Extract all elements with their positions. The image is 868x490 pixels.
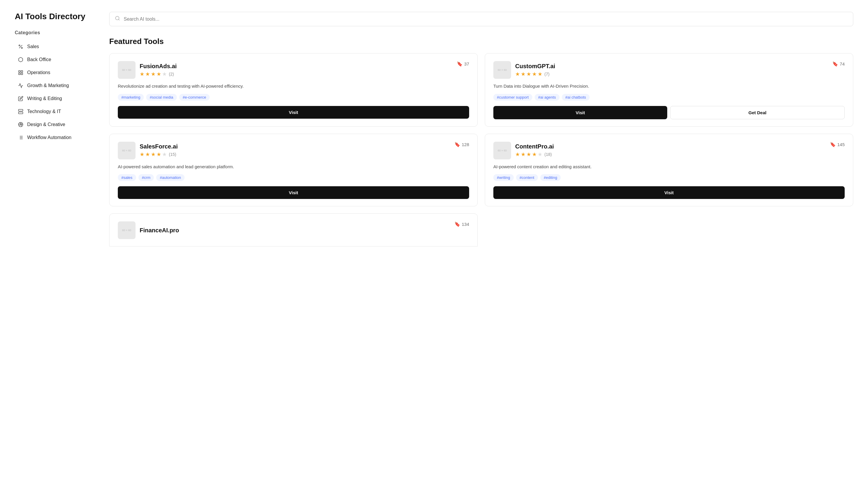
search-input[interactable] [124, 17, 848, 22]
tool-name-customgpt: CustomGPT.ai [515, 63, 555, 70]
tool-name-fusionads: FusionAds.ai [140, 63, 177, 70]
sidebar-item-sales[interactable]: Sales [15, 40, 97, 53]
tool-name-contentpro: ContentPro.ai [515, 143, 554, 150]
get-deal-button-customgpt[interactable]: Get Deal [670, 106, 845, 119]
review-count-fusionads: (2) [169, 72, 174, 76]
star1: ★ [515, 71, 520, 77]
tool-logo-salesforce: 60 × 60 [118, 142, 135, 159]
logo-placeholder: 60 × 60 [122, 149, 131, 152]
tool-desc-contentpro: AI-powered content creation and editing … [493, 163, 845, 170]
tool-info: 60 × 60 ContentPro.ai ★ ★ ★ ★ ★ (18) [493, 142, 554, 159]
tag-sales[interactable]: #sales [118, 174, 136, 181]
tag-ecommerce[interactable]: #e-commerce [179, 94, 210, 101]
search-icon [115, 16, 120, 23]
tag-customer-support[interactable]: #customer support [493, 94, 532, 101]
grid-icon [18, 70, 24, 75]
sidebar-item-sales-label: Sales [27, 44, 39, 49]
bookmark-icon: 🔖 [454, 221, 460, 227]
svg-point-2 [21, 47, 23, 49]
tag-social-media[interactable]: #social media [146, 94, 177, 101]
tool-info: 60 × 60 FusionAds.ai ★ ★ ★ ★ ★ (2) [118, 61, 177, 79]
star3: ★ [526, 71, 531, 77]
sidebar-item-technology-it[interactable]: Technology & IT [15, 105, 97, 118]
visit-button-fusionads[interactable]: Visit [118, 106, 469, 119]
tool-rating-salesforce: ★ ★ ★ ★ ★ (15) [140, 151, 178, 158]
tag-marketing[interactable]: #marketing [118, 94, 144, 101]
bookmark-number: 134 [462, 222, 469, 227]
star3: ★ [151, 151, 156, 158]
edit-icon [18, 96, 24, 101]
tool-card-fusionads: 60 × 60 FusionAds.ai ★ ★ ★ ★ ★ (2) [109, 53, 478, 127]
tag-automation[interactable]: #automation [156, 174, 185, 181]
tool-tags-fusionads: #marketing #social media #e-commerce [118, 94, 469, 101]
review-count-salesforce: (15) [169, 152, 176, 157]
bookmark-count-fusionads: 🔖 37 [457, 61, 469, 67]
design-icon [18, 122, 24, 127]
featured-title: Featured Tools [109, 37, 853, 46]
tag-editing[interactable]: #editing [540, 174, 561, 181]
tool-info: 60 × 60 SalesForce.ai ★ ★ ★ ★ ★ (15) [118, 142, 178, 159]
box-icon [18, 57, 24, 63]
tool-tags-contentpro: #writing #content #editing [493, 174, 845, 181]
tool-logo-customgpt: 60 × 60 [493, 61, 511, 79]
tool-card-contentpro: 60 × 60 ContentPro.ai ★ ★ ★ ★ ★ (18) [485, 134, 853, 207]
tool-header: 60 × 60 FusionAds.ai ★ ★ ★ ★ ★ (2) [118, 61, 469, 79]
star4: ★ [156, 71, 161, 77]
star4: ★ [156, 151, 161, 158]
tool-desc-fusionads: Revolutionize ad creation and testing wi… [118, 83, 469, 90]
svg-rect-5 [19, 73, 20, 75]
logo-placeholder: 60 × 60 [122, 229, 131, 232]
tag-content[interactable]: #content [516, 174, 538, 181]
main-content: Featured Tools 60 × 60 FusionAds.ai ★ ★ [109, 12, 853, 478]
sidebar-item-design-creative[interactable]: Design & Creative [15, 118, 97, 131]
tool-tags-salesforce: #sales #crm #automation [118, 174, 469, 181]
review-count-contentpro: (18) [545, 152, 552, 157]
tools-grid: 60 × 60 FusionAds.ai ★ ★ ★ ★ ★ (2) [109, 53, 853, 246]
bookmark-icon: 🔖 [832, 61, 838, 67]
sidebar-item-growth-marketing[interactable]: Growth & Marketing [15, 79, 97, 92]
sidebar-item-writing-editing[interactable]: Writing & Editing [15, 92, 97, 105]
svg-point-18 [116, 16, 119, 20]
svg-rect-6 [21, 73, 23, 75]
svg-rect-8 [19, 112, 23, 114]
star2: ★ [145, 71, 150, 77]
search-bar [109, 12, 853, 26]
server-icon [18, 109, 24, 115]
bookmark-count-financeai: 🔖 134 [454, 221, 469, 227]
tool-actions-customgpt: Visit Get Deal [493, 106, 845, 119]
sidebar-item-design-creative-label: Design & Creative [27, 122, 65, 127]
tag-ai-agents[interactable]: #ai agents [535, 94, 559, 101]
tool-desc-customgpt: Turn Data into Dialogue with AI-Driven P… [493, 83, 845, 90]
star2: ★ [145, 151, 150, 158]
tool-actions-fusionads: Visit [118, 106, 469, 119]
tag-crm[interactable]: #crm [138, 174, 154, 181]
tool-info: 60 × 60 FinanceAI.pro [118, 221, 179, 239]
sidebar: AI Tools Directory Categories Sales Back… [15, 12, 97, 478]
bookmark-icon: 🔖 [457, 61, 463, 67]
bookmark-number: 128 [462, 142, 469, 147]
visit-button-contentpro[interactable]: Visit [493, 186, 845, 199]
sidebar-item-operations[interactable]: Operations [15, 66, 97, 79]
svg-line-19 [118, 19, 119, 20]
tag-writing[interactable]: #writing [493, 174, 514, 181]
bookmark-icon: 🔖 [454, 142, 460, 147]
sidebar-item-workflow-automation[interactable]: Workflow Automation [15, 131, 97, 144]
visit-button-customgpt[interactable]: Visit [493, 106, 667, 119]
svg-point-1 [19, 45, 20, 46]
star2: ★ [521, 71, 526, 77]
review-count-customgpt: (7) [545, 72, 550, 76]
star1: ★ [515, 151, 520, 158]
tag-ai-chatbots[interactable]: #ai chatbots [562, 94, 590, 101]
tool-name-block: ContentPro.ai ★ ★ ★ ★ ★ (18) [515, 143, 554, 158]
chart-icon [18, 83, 24, 89]
bookmark-count-contentpro: 🔖 145 [830, 142, 845, 147]
sidebar-item-workflow-automation-label: Workflow Automation [27, 135, 71, 140]
tool-logo-fusionads: 60 × 60 [118, 61, 135, 79]
visit-button-salesforce[interactable]: Visit [118, 186, 469, 199]
tool-rating-customgpt: ★ ★ ★ ★ ★ (7) [515, 71, 555, 77]
bookmark-icon: 🔖 [830, 142, 836, 147]
sidebar-item-back-office[interactable]: Back Office [15, 53, 97, 66]
list-icon [18, 134, 24, 141]
star1: ★ [140, 71, 144, 77]
svg-rect-3 [19, 70, 20, 72]
